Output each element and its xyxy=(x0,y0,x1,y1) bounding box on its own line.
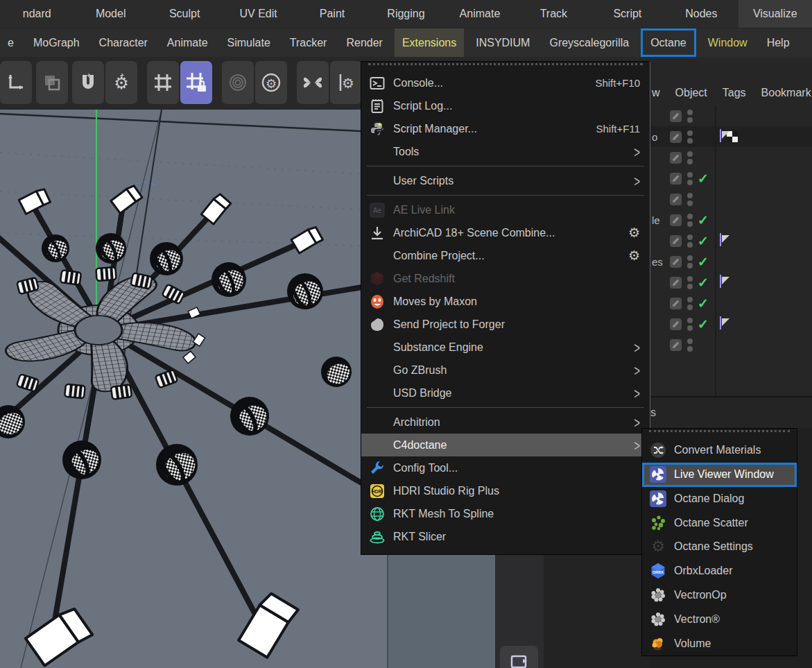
object-row[interactable] xyxy=(650,105,812,126)
enable-toggle-icon[interactable] xyxy=(670,235,682,247)
menubar-item-animate[interactable]: Animate xyxy=(159,28,216,57)
menu-item-octane-dialog[interactable]: Octane Dialog xyxy=(642,487,797,511)
enable-toggle-icon[interactable] xyxy=(670,152,682,164)
object-menubar-item-tags[interactable]: Tags xyxy=(723,87,746,99)
gear-icon[interactable]: ⚙ xyxy=(628,225,640,241)
tag-list[interactable] xyxy=(720,276,721,289)
menu-item-config-tool-[interactable]: Config Tool... xyxy=(361,456,650,479)
visibility-dots-icon[interactable] xyxy=(687,193,693,206)
viewport[interactable] xyxy=(0,110,388,668)
menu-item-user-scripts[interactable]: User Scripts> xyxy=(361,169,650,192)
toolbar-magnet-gear-icon[interactable]: ⚙ xyxy=(105,61,137,104)
enable-toggle-icon[interactable] xyxy=(670,277,682,289)
st-object-icon-button[interactable]: ST xyxy=(500,646,538,668)
visibility-dots-icon[interactable] xyxy=(687,172,693,185)
flag-tag-icon[interactable] xyxy=(720,318,721,330)
menu-item-c4doctane[interactable]: C4doctane> xyxy=(361,434,650,456)
visibility-dots-icon[interactable] xyxy=(687,130,693,144)
menu-item-rkt-mesh-to-spline[interactable]: RKT Mesh To Spline xyxy=(361,502,650,525)
toolbar-layers-icon[interactable] xyxy=(36,61,68,104)
menubar-item-uv-edit[interactable]: UV Edit xyxy=(221,0,295,28)
menubar-item-greyscalegorilla[interactable]: Greyscalegorilla xyxy=(542,28,637,57)
flag-tag-icon[interactable] xyxy=(720,234,721,247)
menu-item-live-viewer-window[interactable]: Live Viewer Window xyxy=(642,463,797,487)
flag-tag-icon[interactable] xyxy=(720,130,721,143)
object-row[interactable]: ✓ xyxy=(650,230,812,251)
menubar-item-character[interactable]: Character xyxy=(92,28,155,57)
menu-item-script-manager-[interactable]: Script Manager...Shift+F11 xyxy=(361,117,650,140)
menubar-item-simulate[interactable]: Simulate xyxy=(220,28,278,57)
menubar-item-track[interactable]: Track xyxy=(517,0,590,28)
toolbar-axis-icon[interactable] xyxy=(0,61,32,104)
toolbar-symmetry-icon[interactable] xyxy=(297,61,329,104)
gear-icon[interactable]: ⚙ xyxy=(628,248,640,264)
menu-item-moves-by-maxon[interactable]: Moves by Maxon xyxy=(361,290,650,313)
toolbar-magnet-icon[interactable] xyxy=(72,61,104,104)
tag-list[interactable] xyxy=(720,318,721,330)
visibility-dots-icon[interactable] xyxy=(687,318,693,331)
object-menubar-item-w[interactable]: w xyxy=(652,87,660,99)
menubar-item-rigging[interactable]: Rigging xyxy=(369,0,442,28)
menubar-item-e[interactable]: e xyxy=(0,28,21,57)
object-row[interactable] xyxy=(650,147,812,168)
menubar-item-model[interactable]: Model xyxy=(74,0,147,28)
toolbar-symmetry-gear-icon[interactable]: ⚙ xyxy=(330,61,362,104)
enable-toggle-icon[interactable] xyxy=(670,339,682,351)
visibility-dots-icon[interactable] xyxy=(687,255,693,268)
menu-item-convert-materials[interactable]: Convert Materials xyxy=(642,438,797,463)
menubar-item-window[interactable]: Window xyxy=(700,28,755,57)
tearoff-handle[interactable] xyxy=(649,430,790,438)
object-row[interactable]: ✓ xyxy=(650,293,812,314)
menubar-item-animate[interactable]: Animate xyxy=(443,0,517,28)
menubar-item-mograph[interactable]: MoGraph xyxy=(26,28,87,57)
toolbar-grid-lock-icon[interactable] xyxy=(180,61,212,104)
visibility-dots-icon[interactable] xyxy=(687,214,693,227)
menu-item-substance-engine[interactable]: Substance Engine> xyxy=(361,336,650,359)
object-menubar-item-object[interactable]: Object xyxy=(675,87,707,99)
enable-toggle-icon[interactable] xyxy=(670,318,682,330)
object-menubar-item-bookmark[interactable]: Bookmark xyxy=(761,87,811,99)
menu-item-combine-project-[interactable]: Combine Project...⚙ xyxy=(361,244,650,267)
menu-item-script-log-[interactable]: Script Log... xyxy=(361,94,650,117)
enable-toggle-icon[interactable] xyxy=(670,214,682,226)
flag-tag-icon[interactable] xyxy=(720,276,721,289)
visibility-dots-icon[interactable] xyxy=(687,339,693,352)
menu-item-octane-scatter[interactable]: Octane Scatter xyxy=(642,511,797,535)
object-row[interactable]: es✓ xyxy=(650,251,812,272)
menubar-item-insydium[interactable]: INSYDIUM xyxy=(468,28,537,57)
visibility-dots-icon[interactable] xyxy=(687,276,693,289)
visibility-dots-icon[interactable] xyxy=(687,151,693,164)
tag-list[interactable] xyxy=(720,130,738,143)
menu-item-tools[interactable]: Tools> xyxy=(361,140,650,163)
menubar-item-nodes[interactable]: Nodes xyxy=(664,0,738,28)
menu-item-archicad-18-scene-combine-[interactable]: ArchiCAD 18+ Scene Combine...⚙ xyxy=(361,221,650,244)
menubar-item-visualize[interactable]: Visualize xyxy=(738,0,812,28)
menubar-item-help[interactable]: Help xyxy=(759,28,797,57)
object-row[interactable]: le✓ xyxy=(650,209,812,230)
enable-toggle-icon[interactable] xyxy=(670,256,682,268)
menubar-item-octane[interactable]: Octane xyxy=(641,28,696,57)
menu-item-orbxloader[interactable]: ORBXOrbxLoader xyxy=(642,559,797,583)
menubar-item-sculpt[interactable]: Sculpt xyxy=(148,0,221,28)
object-row[interactable]: ✓ xyxy=(650,314,812,334)
enable-toggle-icon[interactable] xyxy=(670,110,682,122)
visibility-dots-icon[interactable] xyxy=(687,110,693,123)
menu-item-architrion[interactable]: Architrion> xyxy=(361,411,650,434)
menubar-item-paint[interactable]: Paint xyxy=(295,0,369,28)
object-row[interactable] xyxy=(650,334,812,355)
menu-item-usd-bridge[interactable]: USD Bridge> xyxy=(361,382,650,404)
menu-item-vectronop[interactable]: VectronOp xyxy=(642,583,797,608)
visibility-dots-icon[interactable] xyxy=(687,297,693,310)
toolbar-grid-icon[interactable] xyxy=(147,61,179,104)
menubar-item-extensions[interactable]: Extensions xyxy=(395,28,464,57)
object-row[interactable]: ✓ xyxy=(650,168,812,189)
object-row[interactable]: ✓ xyxy=(650,272,812,293)
menu-item-send-project-to-forger[interactable]: Send Project to Forger xyxy=(361,313,650,336)
enable-toggle-icon[interactable] xyxy=(670,298,682,309)
menu-item-volume[interactable]: Volume xyxy=(642,631,797,656)
tearoff-handle[interactable] xyxy=(368,63,643,71)
enable-toggle-icon[interactable] xyxy=(670,131,682,143)
enable-toggle-icon[interactable] xyxy=(670,173,682,185)
menubar-item-render[interactable]: Render xyxy=(338,28,390,57)
menu-item-hdri-studio-rig-plus[interactable]: HDRIHDRI Studio Rig Plus xyxy=(361,479,650,502)
